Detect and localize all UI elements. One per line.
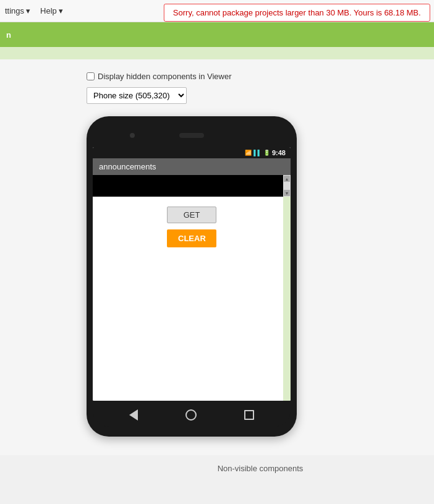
status-time: 9:48 [272, 149, 286, 156]
error-banner: Sorry, cannot package projects larger th… [164, 4, 430, 22]
status-bar: 📶 ▌▌ 🔋 9:48 [93, 147, 291, 158]
toolbar-label: n [6, 30, 11, 40]
help-arrow: ▾ [59, 6, 63, 15]
scrollbar-vertical[interactable]: ▲ ▼ [283, 175, 291, 197]
app-title: announcements [99, 162, 156, 171]
help-menu[interactable]: Help ▾ [40, 6, 63, 15]
wifi-icon: 📶 [245, 150, 252, 156]
signal-icon: ▌▌ [253, 150, 262, 156]
back-nav-icon[interactable] [129, 409, 138, 421]
black-section: ▲ ▼ [93, 175, 291, 197]
battery-icon: 🔋 [263, 150, 270, 156]
recents-nav-icon[interactable] [244, 410, 254, 420]
scroll-down-arrow[interactable]: ▼ [284, 190, 290, 196]
checkbox-row: Display hidden components in Viewer [87, 72, 434, 81]
app-content-wrapper: GET CLEAR [93, 197, 291, 401]
black-content [93, 175, 291, 197]
non-visible-label: Non-visible components [0, 464, 434, 473]
dropdown-row: Phone size (505,320) Tablet size (1024,7… [87, 87, 434, 104]
settings-label: ttings [5, 6, 24, 15]
phone-speaker [179, 133, 204, 138]
app-content: GET CLEAR [93, 197, 291, 401]
top-nav: ttings ▾ Help ▾ Sorry, cannot package pr… [0, 0, 434, 22]
phone-camera [130, 133, 135, 138]
clear-button[interactable]: CLEAR [167, 229, 216, 247]
status-icons: 📶 ▌▌ 🔋 9:48 [245, 149, 286, 156]
green-toolbar: n [0, 22, 434, 47]
settings-arrow: ▾ [26, 6, 30, 15]
settings-menu[interactable]: ttings ▾ [5, 6, 30, 15]
light-green-subbar [0, 47, 434, 59]
scroll-up-arrow[interactable]: ▲ [284, 176, 290, 182]
get-button[interactable]: GET [167, 207, 216, 223]
phone-screen: 📶 ▌▌ 🔋 9:48 announcements ▲ ▼ [93, 147, 291, 401]
phone-top [93, 126, 291, 145]
phone-frame: 📶 ▌▌ 🔋 9:48 announcements ▲ ▼ [87, 116, 297, 437]
hidden-components-checkbox[interactable] [87, 72, 95, 80]
app-header: announcements [93, 158, 291, 175]
main-content: Display hidden components in Viewer Phon… [0, 59, 434, 455]
phone-bottom-nav [93, 403, 291, 427]
phone-size-select[interactable]: Phone size (505,320) Tablet size (1024,7… [87, 87, 187, 104]
home-nav-icon[interactable] [185, 409, 197, 421]
help-label: Help [40, 6, 57, 15]
app-right-bar [283, 197, 291, 401]
hidden-components-label[interactable]: Display hidden components in Viewer [98, 72, 232, 81]
